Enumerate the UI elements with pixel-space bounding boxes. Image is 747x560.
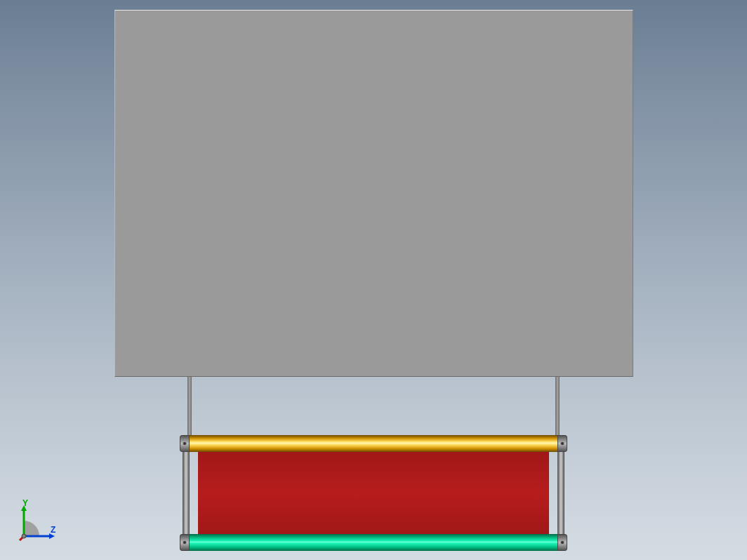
roller-cap-right-icon [557, 435, 567, 452]
roller-cap-right-icon [557, 534, 567, 551]
roller-body [190, 534, 557, 551]
support-rod-left [187, 377, 192, 439]
axis-label-z: Z [51, 525, 55, 535]
axis-label-y: Y [22, 498, 28, 508]
roller-bottom[interactable] [180, 534, 567, 551]
conveyor-belt[interactable] [198, 452, 549, 534]
support-rod-right [555, 377, 560, 439]
axis-triad[interactable]: Y Z [17, 501, 59, 543]
roller-cap-left-icon [180, 534, 190, 551]
roller-top[interactable] [180, 435, 567, 452]
roller-cap-left-icon [180, 435, 190, 452]
cad-viewport[interactable]: Y Z [0, 0, 747, 560]
model-plate[interactable] [114, 10, 633, 377]
svg-point-5 [22, 534, 26, 538]
roller-body [190, 435, 557, 452]
